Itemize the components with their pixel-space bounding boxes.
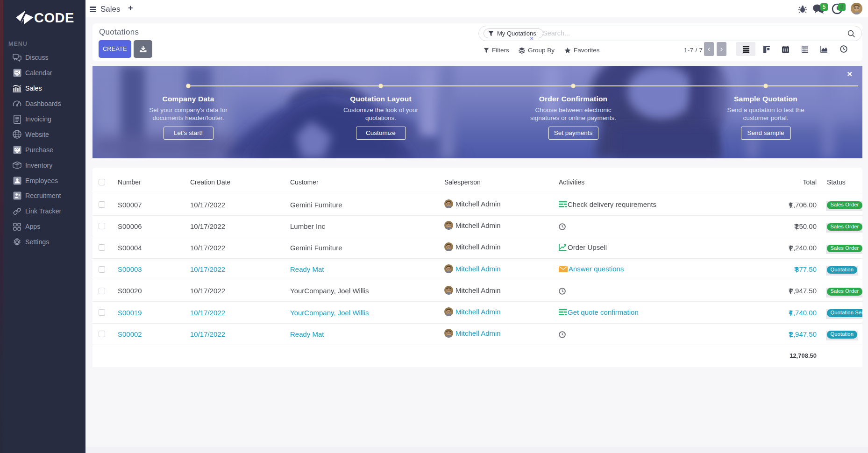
svg-text:CODE: CODE (34, 10, 74, 25)
